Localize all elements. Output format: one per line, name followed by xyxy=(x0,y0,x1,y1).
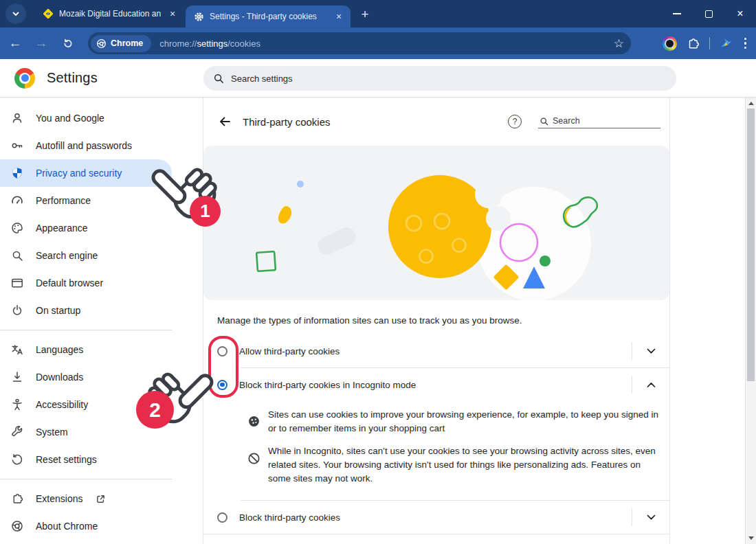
sidebar-item-search-engine[interactable]: Search engine xyxy=(0,242,172,269)
settings-search-input[interactable] xyxy=(231,73,667,84)
bookmark-star-icon[interactable]: ☆ xyxy=(614,36,624,51)
page-search-input[interactable] xyxy=(553,116,642,126)
step-2-badge: 2 xyxy=(136,391,174,429)
expand-block-button[interactable] xyxy=(632,514,669,521)
mozaik-favicon xyxy=(43,8,54,19)
forward-button[interactable]: → xyxy=(30,32,52,54)
cookies-banner-illustration xyxy=(203,146,669,300)
chrome-logo-icon xyxy=(14,68,35,89)
shield-icon xyxy=(10,166,24,180)
option-block-incognito[interactable]: Block third-party cookies in Incognito m… xyxy=(203,368,669,401)
incognito-details: Sites can use cookies to improve your br… xyxy=(203,401,669,500)
tab-settings[interactable]: Settings - Third-party cookies × xyxy=(186,5,351,27)
sidebar-item-about-chrome[interactable]: About Chrome xyxy=(0,512,172,540)
extensions-puzzle-icon[interactable] xyxy=(686,36,700,51)
sidebar-item-privacy-and-security[interactable]: Privacy and security xyxy=(0,159,172,187)
minimize-button[interactable] xyxy=(661,0,693,27)
scrollbar-thumb[interactable] xyxy=(747,109,755,381)
sidebar-item-appearance[interactable]: Appearance xyxy=(0,214,172,242)
page-scrollbar[interactable] xyxy=(745,98,756,544)
settings-search-box[interactable] xyxy=(203,66,676,91)
scroll-down-arrow[interactable] xyxy=(748,536,754,540)
toolbar-extensions xyxy=(663,27,749,59)
power-icon xyxy=(10,304,24,317)
tab-close-button[interactable]: × xyxy=(166,8,179,20)
blocked-icon xyxy=(247,452,260,468)
sidebar-item-autofill[interactable]: Autofill and passwords xyxy=(0,132,172,159)
chevron-down-icon xyxy=(647,348,656,354)
url-host: settings xyxy=(197,38,227,49)
sidebar-item-label: Privacy and security xyxy=(36,168,122,179)
back-button[interactable]: ← xyxy=(4,32,26,54)
expand-allow-button[interactable] xyxy=(632,348,669,354)
translate-icon xyxy=(10,343,24,356)
maximize-button[interactable] xyxy=(693,0,724,27)
tab-mozaik[interactable]: Mozaik Digital Education and Le × xyxy=(36,0,183,27)
chevron-down-icon xyxy=(12,10,20,18)
option-label: Block third-party cookies in Incognito m… xyxy=(239,380,632,390)
palette-icon xyxy=(10,221,24,235)
browser-window-icon xyxy=(10,276,24,290)
search-icon xyxy=(540,117,548,126)
reload-button[interactable] xyxy=(56,32,78,54)
person-icon xyxy=(10,111,24,125)
tab-close-button[interactable]: × xyxy=(333,10,345,23)
sidebar-item-label: Performance xyxy=(36,195,91,206)
chrome-chip[interactable]: Chrome xyxy=(91,35,151,52)
page-title: Third-party cookies xyxy=(243,116,508,128)
sidebar-item-label: You and Google xyxy=(36,113,104,124)
sidebar-item-languages[interactable]: Languages xyxy=(0,336,172,363)
close-button[interactable]: × xyxy=(724,0,756,27)
third-party-cookies-card: Third-party cookies ? xyxy=(203,98,670,544)
screen-capture-extension-icon[interactable] xyxy=(663,36,677,51)
sidebar-item-you-and-google[interactable]: You and Google xyxy=(0,104,172,132)
settings-body: You and Google Autofill and passwords Pr… xyxy=(0,98,756,544)
settings-title: Settings xyxy=(47,70,98,86)
sidebar-item-label: Languages xyxy=(36,344,83,355)
toolbar-separator xyxy=(709,37,710,49)
sidebar-item-default-browser[interactable]: Default browser xyxy=(0,269,172,297)
help-icon[interactable]: ? xyxy=(508,115,522,128)
option-allow-third-party-cookies[interactable]: Allow third-party cookies xyxy=(203,335,669,367)
cookie-icon xyxy=(247,415,260,431)
accessibility-icon xyxy=(10,398,24,411)
chrome-outline-icon xyxy=(96,38,107,49)
sidebar-item-label: Reset settings xyxy=(36,454,97,465)
address-bar[interactable]: Chrome chrome://settings/cookies ☆ xyxy=(88,32,631,54)
sidebar-item-on-startup[interactable]: On startup xyxy=(0,297,172,324)
sidebar-item-reset-settings[interactable]: Reset settings xyxy=(0,446,172,473)
detail-item: While in Incognito, sites can't use your… xyxy=(247,444,660,486)
url-scheme: chrome:// xyxy=(159,38,197,49)
radio-block-third-party[interactable] xyxy=(217,512,227,523)
sidebar-item-performance[interactable]: Performance xyxy=(0,187,172,214)
key-icon xyxy=(10,139,24,152)
option-label: Block third-party cookies xyxy=(239,512,632,523)
tab-search-button[interactable] xyxy=(5,3,26,24)
search-icon xyxy=(213,73,224,84)
tab-title: Settings - Third-party cookies xyxy=(210,12,327,21)
browser-menu-button[interactable] xyxy=(742,38,749,49)
external-link-icon xyxy=(96,494,106,504)
chip-label: Chrome xyxy=(111,38,143,48)
cookie-illustration xyxy=(203,146,669,300)
detail-item: Sites can use cookies to improve your br… xyxy=(247,408,660,435)
reload-icon xyxy=(62,38,74,49)
sidebar-item-label: Default browser xyxy=(36,277,103,288)
reset-icon xyxy=(10,453,24,466)
minimize-icon xyxy=(673,13,681,14)
bird-extension-icon[interactable] xyxy=(719,36,733,50)
collapse-incognito-button[interactable] xyxy=(632,382,669,388)
tab-strip: Mozaik Digital Education and Le × Settin… xyxy=(0,0,756,27)
chevron-up-icon xyxy=(647,382,656,388)
download-icon xyxy=(10,370,24,384)
back-arrow-button[interactable] xyxy=(217,114,232,129)
sidebar-item-label: Extensions xyxy=(36,493,82,504)
chrome-icon xyxy=(10,519,24,533)
sidebar-item-label: About Chrome xyxy=(36,521,98,532)
sidebar-item-extensions[interactable]: Extensions xyxy=(0,485,172,512)
page-search-field[interactable] xyxy=(538,115,660,128)
scroll-up-arrow[interactable] xyxy=(748,102,754,105)
option-block-third-party-cookies[interactable]: Block third-party cookies xyxy=(203,501,669,534)
sidebar-item-label: Downloads xyxy=(36,372,83,383)
new-tab-button[interactable]: + xyxy=(356,5,374,23)
